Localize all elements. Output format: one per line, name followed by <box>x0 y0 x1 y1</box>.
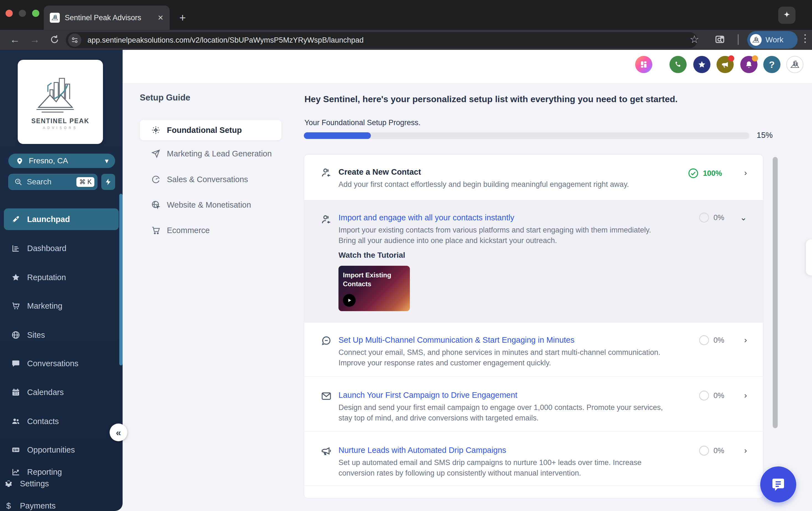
paper-plane-icon <box>151 149 161 158</box>
tutorial-video-thumbnail[interactable]: Import Existing Contacts <box>339 266 410 311</box>
fullscreen-window-button[interactable] <box>32 10 39 17</box>
sparkle-icon <box>151 125 161 135</box>
task-percent: 0% <box>714 447 724 455</box>
profile-label: Work <box>765 35 783 44</box>
svg-text:$: $ <box>13 448 15 452</box>
tab-foundational-setup[interactable]: Foundational Setup <box>140 120 282 140</box>
location-switcher[interactable]: Fresno, CA ▾ <box>8 153 115 168</box>
sidebar-item-conversations[interactable]: Conversations <box>4 353 119 374</box>
search-input[interactable]: Search ⌘ K <box>8 174 97 190</box>
task-title-link[interactable]: Launch Your First Campaign to Drive Enga… <box>339 391 517 400</box>
task-row-first-campaign[interactable]: Launch Your First Campaign to Drive Enga… <box>304 377 763 431</box>
tab-website-monetisation[interactable]: Website & Monetisation <box>140 195 282 215</box>
task-percent: 0% <box>714 214 724 222</box>
task-list-card: Create a New Contact Add your first cont… <box>304 154 763 498</box>
task-desc-line: Import your existing contacts from vario… <box>339 225 651 235</box>
progress-bar <box>304 132 750 139</box>
sidebar-item-launchpad[interactable]: Launchpad <box>4 208 119 230</box>
tab-close-icon[interactable]: ✕ <box>157 13 164 22</box>
task-title[interactable]: Create a New Contact <box>339 168 421 177</box>
users-icon <box>11 417 21 426</box>
task-title-link[interactable]: Set Up Multi-Channel Communication & Sta… <box>339 336 575 345</box>
help-icon[interactable]: ? <box>763 56 780 73</box>
url-bar[interactable]: app.sentinelpeaksolutions.com/v2/locatio… <box>66 32 697 48</box>
scrollbar-thumb[interactable] <box>773 157 778 428</box>
sidebar-item-opportunities[interactable]: $ Opportunities <box>4 439 119 461</box>
task-status: 100% <box>688 168 722 178</box>
close-window-button[interactable] <box>5 10 13 17</box>
tab-favicon-icon <box>50 13 60 23</box>
progress-percent: 15% <box>757 131 773 140</box>
chevron-right-icon[interactable]: › <box>744 168 747 177</box>
progress-label: Your Foundational Setup Progress. <box>304 118 420 127</box>
task-percent: 100% <box>703 169 722 178</box>
task-desc-line: Connect your email, SMS, and phone servi… <box>339 347 660 358</box>
sidebar-scrollbar[interactable] <box>119 194 123 365</box>
browser-sparkle-icon[interactable] <box>778 7 795 24</box>
task-title-link[interactable]: Import and engage with all your contacts… <box>339 213 514 222</box>
tab-ecommerce[interactable]: Ecommerce <box>140 220 282 240</box>
task-percent: 0% <box>714 336 724 345</box>
sidebar-item-reputation[interactable]: Reputation <box>4 266 119 288</box>
sidebar-item-payments[interactable]: $ Payments <box>0 495 115 511</box>
sidebar-item-sites[interactable]: Sites <box>4 324 119 346</box>
chevron-down-icon[interactable]: ⌄ <box>740 212 747 222</box>
notifications-bell-icon[interactable] <box>740 56 757 73</box>
setup-tab-label: Sales & Conversations <box>167 175 248 184</box>
chevron-right-icon[interactable]: › <box>744 335 747 345</box>
browser-profile-button[interactable]: Work <box>747 31 798 49</box>
quick-actions-button[interactable] <box>101 174 115 190</box>
refresh-icon[interactable] <box>49 34 60 46</box>
side-panel-handle[interactable] <box>806 239 812 276</box>
tab-sales-conversations[interactable]: Sales & Conversations <box>140 169 282 190</box>
new-tab-button[interactable]: + <box>179 11 186 24</box>
forward-icon[interactable]: → <box>30 34 40 46</box>
sidebar: SENTINEL PEAK ADVISORS Fresno, CA ▾ Sear… <box>0 50 123 511</box>
task-desc-line: Design and send your first email campaig… <box>339 402 663 413</box>
task-desc-line: Bring all your audience into one place a… <box>339 235 557 246</box>
content-scrollbar[interactable] <box>773 155 778 498</box>
play-icon[interactable] <box>343 294 356 307</box>
cart-icon <box>11 302 21 310</box>
task-status: 0% <box>699 391 724 401</box>
check-circle-icon <box>688 168 699 178</box>
opportunities-icon: $ <box>11 445 21 454</box>
account-avatar[interactable] <box>786 56 804 73</box>
setup-guide-title: Setup Guide <box>140 93 191 103</box>
task-desc-line: Set up automated email and SMS drip camp… <box>339 457 641 468</box>
chevron-right-icon[interactable]: › <box>744 446 747 455</box>
task-row-multichannel[interactable]: Set Up Multi-Channel Communication & Sta… <box>304 322 763 377</box>
task-status: 0% <box>699 335 724 345</box>
sidebar-item-marketing[interactable]: Marketing <box>4 295 119 317</box>
announcements-megaphone-icon[interactable] <box>717 56 734 73</box>
minimize-window-button[interactable] <box>19 10 26 17</box>
task-row-import-contacts[interactable]: Import and engage with all your contacts… <box>304 200 763 322</box>
sidebar-item-settings[interactable]: Settings <box>0 473 115 494</box>
site-settings-icon[interactable] <box>68 33 81 47</box>
sidebar-item-label: Marketing <box>27 302 62 311</box>
url-text[interactable]: app.sentinelpeaksolutions.com/v2/locatio… <box>87 36 364 45</box>
browser-tab[interactable]: Sentinel Peak Advisors ✕ <box>44 5 170 30</box>
back-icon[interactable]: ← <box>10 34 20 46</box>
sidebar-item-contacts[interactable]: Contacts <box>4 410 119 432</box>
bookmark-star-icon[interactable]: ☆ <box>690 33 699 46</box>
sidebar-item-dashboard[interactable]: Dashboard <box>4 237 119 259</box>
tab-search-icon[interactable] <box>714 34 726 47</box>
chevron-right-icon[interactable]: › <box>744 391 747 400</box>
apps-grid-icon[interactable] <box>635 56 652 73</box>
tab-marketing-lead-generation[interactable]: Marketing & Lead Generation <box>140 143 282 164</box>
support-chat-button[interactable] <box>760 466 796 503</box>
phone-icon[interactable] <box>669 56 687 73</box>
location-label: Fresno, CA <box>29 157 68 165</box>
user-plus-icon <box>321 214 332 226</box>
sidebar-item-calendars[interactable]: Calendars <box>4 381 119 403</box>
setup-tab-label: Marketing & Lead Generation <box>167 149 272 158</box>
task-row-create-contact[interactable]: Create a New Contact Add your first cont… <box>304 155 763 200</box>
task-title-link[interactable]: Nurture Leads with Automated Drip Campai… <box>339 446 506 455</box>
task-row-drip-campaigns[interactable]: Nurture Leads with Automated Drip Campai… <box>304 431 763 486</box>
browser-menu-icon[interactable]: ⋮ <box>800 32 810 44</box>
favorites-star-icon[interactable] <box>693 56 710 73</box>
sidebar-item-label: Contacts <box>27 417 59 426</box>
sidebar-collapse-button[interactable]: « <box>110 424 127 441</box>
setup-tab-label: Foundational Setup <box>167 126 242 135</box>
